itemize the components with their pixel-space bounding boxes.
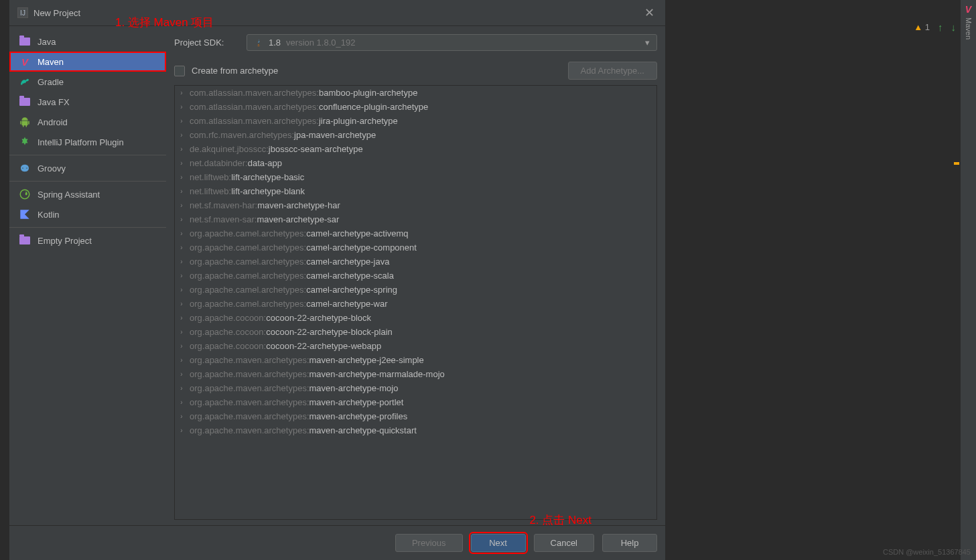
android-icon [19,116,31,128]
archetype-group: com.atlassian.maven.archetypes: [190,116,319,126]
archetype-item[interactable]: ›com.rfc.maven.archetypes:jpa-maven-arch… [175,128,656,142]
archetype-group: org.apache.maven.archetypes: [190,397,309,407]
warning-indicator[interactable]: ▲ 1 [914,22,930,32]
archetype-item[interactable]: ›org.apache.maven.archetypes:maven-arche… [175,423,656,437]
archetype-item[interactable]: ›org.apache.cocoon:cocoon-22-archetype-b… [175,325,656,339]
archetype-item[interactable]: ›org.apache.maven.archetypes:maven-arche… [175,353,656,367]
archetype-group: net.sf.maven-har: [190,200,257,210]
archetype-item[interactable]: ›net.sf.maven-sar:maven-archetype-sar [175,212,656,226]
sidebar-item-java[interactable]: Java [9,31,166,52]
archetype-item[interactable]: ›com.atlassian.maven.archetypes:jira-plu… [175,114,656,128]
create-from-archetype-checkbox[interactable] [174,66,185,76]
archetype-item[interactable]: ›org.apache.camel.archetypes:camel-arche… [175,283,656,297]
help-button[interactable]: Help [602,534,657,552]
sdk-version: version 1.8.0_192 [286,38,355,48]
chevron-right-icon: › [178,399,186,406]
plugin-icon [19,136,31,148]
sdk-dropdown[interactable]: 1.8 version 1.8.0_192 ▾ [247,34,657,51]
archetype-item[interactable]: ›net.liftweb:lift-archetype-blank [175,184,656,198]
sidebar-item-spring-assistant[interactable]: Spring Assistant [9,184,166,204]
maven-icon: V [19,56,31,68]
chevron-right-icon: › [178,314,186,322]
archetype-item[interactable]: ›org.apache.maven.archetypes:maven-arche… [175,395,656,409]
archetype-name: maven-archetype-portlet [309,397,404,407]
sidebar-item-empty-project[interactable]: Empty Project [9,230,166,251]
archetype-group: org.apache.camel.archetypes: [190,271,306,281]
archetype-item[interactable]: ›org.apache.cocoon:cocoon-22-archetype-b… [175,311,656,325]
warning-count: 1 [925,22,930,32]
archetype-item[interactable]: ›org.apache.camel.archetypes:camel-arche… [175,297,656,311]
next-button[interactable]: Next [471,534,526,552]
archetype-group: de.akquinet.jbosscc: [190,144,269,154]
archetype-item[interactable]: ›net.databinder:data-app [175,156,656,170]
archetype-name: maven-archetype-sar [257,214,339,224]
archetype-item[interactable]: ›org.apache.maven.archetypes:maven-arche… [175,409,656,423]
archetype-item[interactable]: ›org.apache.camel.archetypes:camel-arche… [175,240,656,255]
archetype-group: org.apache.camel.archetypes: [190,242,306,253]
close-icon[interactable]: ✕ [642,5,657,20]
archetype-group: org.apache.maven.archetypes: [190,425,309,435]
next-highlight-icon[interactable]: ↓ [951,21,957,33]
sidebar-item-intellij-platform-plugin[interactable]: IntelliJ Platform Plugin [9,132,166,152]
archetype-group: org.apache.cocoon: [190,327,266,337]
sidebar-item-kotlin[interactable]: Kotlin [9,204,166,224]
archetype-group: org.apache.camel.archetypes: [190,285,306,295]
sidebar-item-label: Android [38,117,68,127]
archetype-list[interactable]: ›com.atlassian.maven.archetypes:bamboo-p… [174,85,657,520]
archetype-name: jbosscc-seam-archetype [269,144,363,154]
archetype-name: confluence-plugin-archetype [319,102,428,112]
cancel-button[interactable]: Cancel [534,534,594,552]
archetype-name: maven-archetype-j2ee-simple [309,355,424,365]
previous-button[interactable]: Previous [395,534,463,552]
archetype-item[interactable]: ›org.apache.camel.archetypes:camel-arche… [175,269,656,283]
archetype-item[interactable]: ›net.liftweb:lift-archetype-basic [175,170,656,184]
chevron-right-icon: › [178,300,186,307]
archetype-group: org.apache.maven.archetypes: [190,355,309,365]
archetype-item[interactable]: ›org.apache.camel.archetypes:camel-arche… [175,226,656,240]
archetype-item[interactable]: ›org.apache.cocoon:cocoon-22-archetype-w… [175,339,656,353]
archetype-item[interactable]: ›com.atlassian.maven.archetypes:confluen… [175,100,656,114]
dialog-body: JavaVMavenGradleJava FXAndroidIntelliJ P… [9,26,665,525]
archetype-item[interactable]: ›org.apache.maven.archetypes:maven-arche… [175,381,656,395]
archetype-name: bamboo-plugin-archetype [319,88,417,98]
archetype-group: com.rfc.maven.archetypes: [190,130,294,140]
archetype-name: maven-archetype-mojo [309,383,399,393]
chevron-right-icon: › [178,272,186,279]
dialog-footer: Previous Next Cancel Help [9,525,665,560]
sidebar-item-label: Kotlin [38,210,60,220]
sidebar-item-maven[interactable]: VMaven [9,52,166,72]
chevron-right-icon: › [178,258,186,265]
chevron-right-icon: › [178,173,186,181]
chevron-right-icon: › [178,216,186,223]
archetype-item[interactable]: ›net.sf.maven-har:maven-archetype-har [175,198,656,212]
archetype-header: Create from archetype Add Archetype... [174,62,657,80]
archetype-name: camel-archetype-spring [306,285,397,295]
archetype-item[interactable]: ›de.akquinet.jbosscc:jbosscc-seam-archet… [175,142,656,156]
dialog-title: New Project [33,8,642,18]
sidebar-item-gradle[interactable]: Gradle [9,72,166,92]
maven-tool-icon[interactable]: V [965,4,971,15]
maven-tool-label[interactable]: Maven [965,17,973,40]
chevron-right-icon: › [178,159,186,167]
watermark: CSDN @weixin_51367845 [883,548,971,556]
archetype-name: camel-archetype-war [306,299,387,309]
archetype-item[interactable]: ›org.apache.camel.archetypes:camel-arche… [175,255,656,269]
sidebar-item-android[interactable]: Android [9,112,166,132]
separator [9,181,166,182]
sidebar-item-groovy[interactable]: Groovy [9,158,166,178]
chevron-right-icon: › [178,286,186,293]
chevron-right-icon: › [178,188,186,195]
archetype-group: org.apache.camel.archetypes: [190,299,306,309]
folder-icon [19,96,31,108]
archetype-item[interactable]: ›com.atlassian.maven.archetypes:bamboo-p… [175,86,656,100]
archetype-name: maven-archetype-marmalade-mojo [309,369,445,379]
status-indicators: ▲ 1 ↑ ↓ [914,21,956,33]
sidebar-item-java-fx[interactable]: Java FX [9,92,166,112]
archetype-group: net.sf.maven-sar: [190,214,257,224]
archetype-name: cocoon-22-archetype-block [266,313,371,323]
titlebar: IJ New Project ✕ [9,0,665,26]
add-archetype-button[interactable]: Add Archetype... [568,62,657,80]
archetype-item[interactable]: ›org.apache.maven.archetypes:maven-arche… [175,367,656,381]
prev-highlight-icon[interactable]: ↑ [938,21,943,33]
archetype-name: cocoon-22-archetype-block-plain [266,327,393,337]
